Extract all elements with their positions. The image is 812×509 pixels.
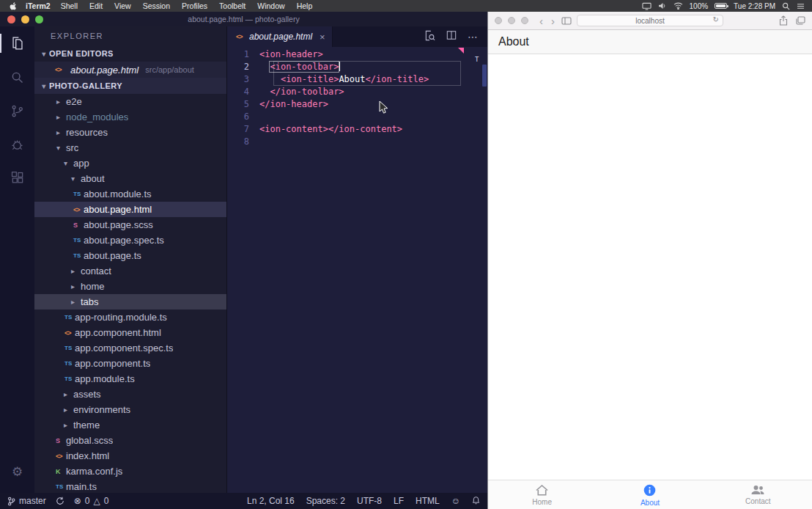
- open-preview-icon[interactable]: [424, 30, 435, 44]
- zoom-window-button[interactable]: [35, 15, 43, 23]
- tree-item-global.scss[interactable]: Sglobal.scss: [34, 433, 226, 448]
- explorer-icon[interactable]: [0, 26, 34, 60]
- minimize-window-button[interactable]: [21, 15, 29, 23]
- menu-edit[interactable]: Edit: [84, 1, 108, 10]
- code-line[interactable]: 2 <ion-toolbar>: [227, 61, 487, 73]
- open-editors-section[interactable]: ▾ OPEN EDITORS: [34, 45, 226, 62]
- menubar-app-name[interactable]: iTerm2: [21, 1, 55, 10]
- tree-item-index.html[interactable]: <>index.html: [34, 448, 226, 464]
- volume-icon[interactable]: [658, 2, 667, 10]
- reload-icon[interactable]: ↻: [713, 15, 719, 23]
- wifi-icon[interactable]: [673, 2, 683, 10]
- code-line[interactable]: 5</ion-header>: [227, 98, 487, 111]
- editor-tab-about-page-html[interactable]: <> about.page.html ×: [227, 26, 333, 47]
- tree-item-about.page.scss[interactable]: Sabout.page.scss: [34, 217, 226, 232]
- tree-item-app.module.ts[interactable]: TSapp.module.ts: [34, 371, 226, 387]
- tree-item-main.ts[interactable]: TSmain.ts: [34, 479, 226, 493]
- forward-button[interactable]: ›: [550, 15, 556, 26]
- zoom-window-button[interactable]: [521, 17, 528, 24]
- tab-about[interactable]: About: [596, 480, 704, 509]
- cursor-position[interactable]: Ln 2, Col 16: [247, 496, 295, 506]
- back-button[interactable]: ‹: [538, 15, 545, 26]
- scrollbar-thumb[interactable]: [482, 65, 487, 87]
- tree-item-assets[interactable]: ▸assets: [34, 387, 226, 402]
- tree-item-karma.conf.js[interactable]: Kkarma.conf.js: [34, 464, 226, 479]
- tree-item-about[interactable]: ▾about: [34, 171, 226, 186]
- tabs-overview-icon[interactable]: [796, 16, 805, 25]
- html-file-icon: <>: [55, 66, 65, 73]
- close-window-button[interactable]: [7, 15, 15, 23]
- indentation[interactable]: Spaces: 2: [306, 496, 345, 506]
- menu-profiles[interactable]: Profiles: [176, 1, 213, 10]
- branch-status[interactable]: master: [7, 496, 46, 506]
- tree-item-app.component.ts[interactable]: TSapp.component.ts: [34, 356, 226, 371]
- tab-home[interactable]: Home: [488, 480, 596, 509]
- tree-item-e2e[interactable]: ▸e2e: [34, 94, 226, 109]
- minimize-window-button[interactable]: [508, 17, 515, 24]
- menu-window[interactable]: Window: [251, 1, 290, 10]
- settings-gear-icon[interactable]: ⚙: [0, 455, 34, 488]
- tree-item-theme[interactable]: ▸theme: [34, 417, 226, 433]
- notification-center-icon[interactable]: [797, 3, 805, 10]
- tree-item-node_modules[interactable]: ▸node_modules: [34, 109, 226, 125]
- eol-indicator[interactable]: LF: [394, 496, 404, 506]
- tree-item-about.page.spec.ts[interactable]: TSabout.page.spec.ts: [34, 232, 226, 248]
- menu-help[interactable]: Help: [291, 1, 319, 10]
- tree-item-contact[interactable]: ▸contact: [34, 263, 226, 279]
- tree-item-home[interactable]: ▸home: [34, 279, 226, 294]
- tree-item-environments[interactable]: ▸environments: [34, 402, 226, 417]
- menu-toolbelt[interactable]: Toolbelt: [213, 1, 251, 10]
- debug-icon[interactable]: [0, 128, 34, 161]
- apple-icon[interactable]: [9, 1, 17, 11]
- tree-item-app[interactable]: ▾app: [34, 155, 226, 171]
- tree-item-resources[interactable]: ▸resources: [34, 125, 226, 140]
- code-line[interactable]: 3 <ion-title>About</ion-title>: [227, 73, 487, 86]
- close-tab-icon[interactable]: ×: [320, 32, 325, 43]
- encoding[interactable]: UTF-8: [357, 496, 382, 506]
- code-line[interactable]: 1<ion-header>: [227, 48, 487, 61]
- project-section[interactable]: ▾ PHOTO-GALLERY: [34, 78, 226, 94]
- tree-item-label: e2e: [66, 96, 82, 107]
- display-icon[interactable]: [642, 2, 652, 10]
- tree-item-app-routing.module.ts[interactable]: TSapp-routing.module.ts: [34, 310, 226, 325]
- sync-status[interactable]: [56, 497, 64, 505]
- menu-view[interactable]: View: [108, 1, 137, 10]
- sidebar-toggle-icon[interactable]: [561, 17, 572, 25]
- tree-item-label: node_modules: [66, 111, 128, 122]
- tree-item-tabs[interactable]: ▸tabs: [34, 294, 226, 310]
- tree-item-about.page.html[interactable]: <>about.page.html: [34, 202, 226, 217]
- menu-shell[interactable]: Shell: [55, 1, 84, 10]
- menu-session[interactable]: Session: [137, 1, 176, 10]
- editor-tabs-bar: <> about.page.html × ⋯: [227, 26, 487, 47]
- problems-status[interactable]: ⊗ 0 △ 0: [74, 496, 109, 506]
- split-editor-icon[interactable]: [446, 30, 457, 43]
- code-editor[interactable]: 1<ion-header>2 <ion-toolbar>3 <ion-title…: [227, 47, 487, 493]
- code-line[interactable]: 4 </ion-toolbar>: [227, 86, 487, 98]
- code-line[interactable]: 8: [227, 136, 487, 148]
- tree-item-about.page.ts[interactable]: TSabout.page.ts: [34, 248, 226, 263]
- code-line[interactable]: 6: [227, 111, 487, 123]
- feedback-smiley-icon[interactable]: ☺: [451, 496, 460, 506]
- source-control-icon[interactable]: [0, 94, 34, 128]
- tab-contact[interactable]: Contact: [704, 480, 812, 509]
- tree-item-about.module.ts[interactable]: TSabout.module.ts: [34, 186, 226, 202]
- search-icon[interactable]: [0, 60, 34, 94]
- more-actions-icon[interactable]: ⋯: [468, 31, 479, 43]
- tree-item-app.component.spec.ts[interactable]: TSapp.component.spec.ts: [34, 340, 226, 356]
- spotlight-icon[interactable]: [782, 2, 790, 10]
- menubar-clock[interactable]: Tue 2:28 PM: [734, 2, 775, 10]
- ts-file-icon: TS: [73, 191, 84, 197]
- tree-item-label: theme: [73, 420, 100, 431]
- tree-item-src[interactable]: ▾src: [34, 140, 226, 155]
- language-mode[interactable]: HTML: [416, 496, 440, 506]
- code-line[interactable]: 7<ion-content></ion-content>: [227, 123, 487, 136]
- share-icon[interactable]: [779, 15, 788, 26]
- tree-item-app.component.html[interactable]: <>app.component.html: [34, 325, 226, 340]
- open-editor-item[interactable]: <> about.page.html src/app/about: [34, 62, 226, 78]
- notifications-bell-icon[interactable]: [472, 496, 480, 507]
- vscode-titlebar[interactable]: about.page.html — photo-gallery: [0, 12, 487, 26]
- extensions-icon[interactable]: [0, 161, 34, 195]
- address-text: localhost: [635, 17, 664, 25]
- address-bar[interactable]: localhost ↻: [577, 15, 723, 26]
- close-window-button[interactable]: [495, 17, 502, 24]
